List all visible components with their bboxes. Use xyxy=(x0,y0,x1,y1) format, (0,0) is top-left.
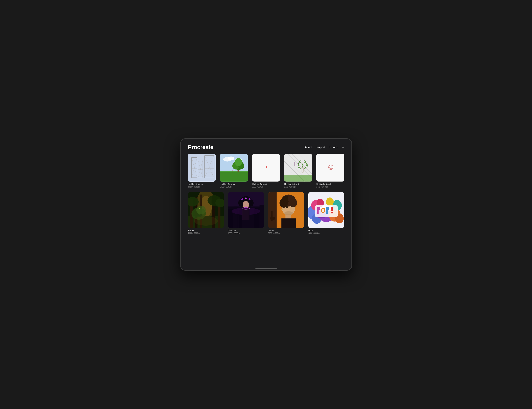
svg-point-110 xyxy=(284,211,293,215)
svg-rect-33 xyxy=(252,154,280,182)
svg-rect-99 xyxy=(271,211,273,221)
screen: Procreate Select Import Photo + xyxy=(181,139,352,270)
header-actions: Select Import Photo + xyxy=(304,145,344,149)
artwork-size: 3024 × 4032px xyxy=(188,186,216,188)
svg-point-126 xyxy=(322,209,324,212)
artwork-name: Untitled Artwork xyxy=(220,183,248,186)
artwork-item[interactable]: Untitled Artwork 2732 × 2048px xyxy=(252,154,280,188)
artwork-thumbnail xyxy=(220,154,248,182)
artwork-size: 4000 × 3000px xyxy=(228,232,264,234)
artwork-item[interactable]: Princess 4000 × 3000px xyxy=(228,192,264,234)
svg-rect-129 xyxy=(331,207,333,211)
svg-point-32 xyxy=(232,170,234,172)
artwork-thumbnail xyxy=(228,192,264,228)
svg-point-89 xyxy=(248,198,250,200)
home-indicator xyxy=(181,266,352,270)
artwork-item[interactable]: Untitled Artwork 2732 × 2048px xyxy=(316,154,344,188)
gallery-row-1: Untitled Artwork 3024 × 4032px xyxy=(188,154,344,188)
ipad-device: Procreate Select Import Photo + xyxy=(180,138,352,271)
svg-rect-91 xyxy=(242,209,249,220)
artwork-item[interactable]: Untitled Artwork 2732 × 2048px xyxy=(220,154,248,188)
artwork-thumbnail xyxy=(308,192,344,228)
artwork-thumbnail xyxy=(268,192,304,228)
side-indicator xyxy=(180,201,181,208)
artwork-size: 2732 × 2048px xyxy=(220,186,248,188)
artwork-item[interactable]: Untitled Artwork 2732 × 2048px xyxy=(284,154,312,188)
svg-rect-97 xyxy=(268,192,277,228)
svg-rect-53 xyxy=(316,154,344,182)
artwork-name: Untitled Artwork xyxy=(316,183,344,186)
import-button[interactable]: Import xyxy=(317,145,325,149)
artwork-thumbnail xyxy=(284,154,312,182)
artwork-item[interactable]: Forest 4000 × 3000px xyxy=(188,192,224,234)
artwork-size: 2732 × 2048px xyxy=(284,186,312,188)
svg-point-73 xyxy=(194,216,218,225)
artwork-name: Princess xyxy=(228,229,264,232)
gallery-row-2: Forest 4000 × 3000px xyxy=(188,192,344,234)
select-button[interactable]: Select xyxy=(304,145,312,149)
artwork-size: 3000 × 4000px xyxy=(268,232,304,234)
svg-point-88 xyxy=(245,197,247,199)
svg-point-94 xyxy=(242,207,249,209)
home-bar xyxy=(255,268,277,269)
svg-point-23 xyxy=(228,157,234,160)
artwork-item[interactable]: Pop! 4000 × 3000px xyxy=(308,192,344,234)
artwork-name: Yellow xyxy=(268,229,304,232)
artwork-thumbnail xyxy=(252,154,280,182)
svg-point-98 xyxy=(270,217,276,220)
svg-point-34 xyxy=(266,166,267,168)
svg-point-128 xyxy=(327,207,329,210)
header: Procreate Select Import Photo + xyxy=(181,139,352,154)
svg-point-105 xyxy=(288,196,294,202)
artwork-size: 4000 × 3000px xyxy=(308,232,344,234)
photo-button[interactable]: Photo xyxy=(329,145,337,149)
svg-point-68 xyxy=(197,209,197,209)
svg-point-87 xyxy=(241,198,243,200)
svg-rect-26 xyxy=(220,172,248,182)
svg-point-108 xyxy=(285,206,288,208)
svg-rect-80 xyxy=(259,205,264,228)
artwork-item[interactable]: Yellow 3000 × 4000px xyxy=(268,192,304,234)
svg-rect-0 xyxy=(188,154,216,182)
artwork-thumbnail xyxy=(316,154,344,182)
artwork-name: Pop! xyxy=(308,229,344,232)
artwork-item[interactable]: Untitled Artwork 3024 × 4032px xyxy=(188,154,216,188)
artwork-thumbnail xyxy=(188,154,216,182)
artwork-name: Untitled Artwork xyxy=(188,183,216,186)
svg-point-90 xyxy=(243,201,249,208)
svg-point-67 xyxy=(196,206,206,214)
artwork-size: 2732 × 2048px xyxy=(316,186,344,188)
artwork-name: Untitled Artwork xyxy=(252,183,280,186)
svg-point-130 xyxy=(331,212,333,213)
artwork-name: Untitled Artwork xyxy=(284,183,312,186)
artwork-size: 4000 × 3000px xyxy=(188,232,224,234)
svg-rect-52 xyxy=(284,175,312,182)
svg-point-109 xyxy=(281,209,283,210)
svg-rect-107 xyxy=(281,218,296,228)
artwork-size: 2732 × 2048px xyxy=(252,186,280,188)
gallery: Untitled Artwork 3024 × 4032px xyxy=(181,154,352,266)
add-button[interactable]: + xyxy=(342,145,344,149)
svg-point-69 xyxy=(199,208,200,209)
svg-point-124 xyxy=(317,207,320,210)
svg-point-121 xyxy=(326,197,334,206)
artwork-name: Forest xyxy=(188,229,224,232)
svg-point-31 xyxy=(235,158,242,166)
app-title: Procreate xyxy=(188,144,213,151)
artwork-thumbnail xyxy=(188,192,224,228)
